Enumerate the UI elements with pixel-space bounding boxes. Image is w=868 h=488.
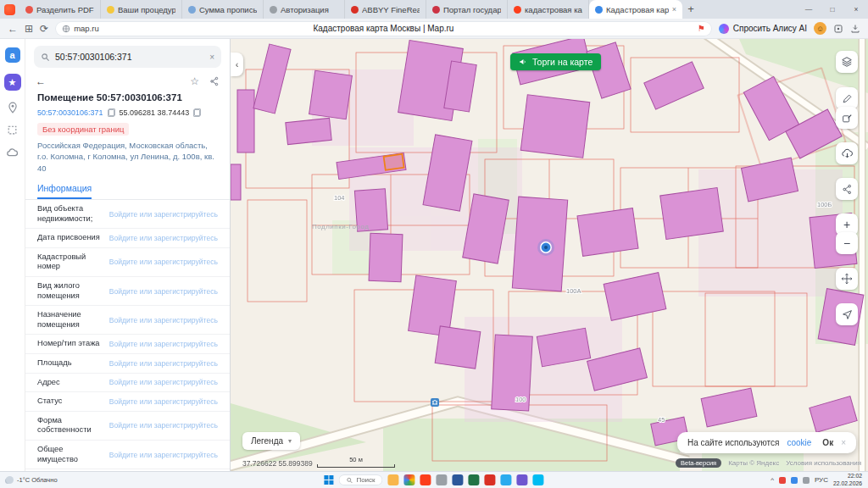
map-area[interactable]: Подлипки-Город 104 100А 100 100Б 45 ‹ То… <box>231 39 868 471</box>
info-row: Дата присвоения Войдите или зарегистриру… <box>25 229 230 248</box>
cloud-arrow-icon <box>841 147 854 160</box>
location-marker[interactable] <box>537 239 554 256</box>
tableau-grid-button[interactable]: ⊞ <box>25 24 33 34</box>
zoom-out-button[interactable]: − <box>836 232 858 254</box>
selected-parcel-highlight[interactable] <box>384 154 404 170</box>
cadastral-number[interactable]: 50:57:0030106:371 <box>37 108 103 117</box>
edit-button[interactable] <box>836 107 858 129</box>
select-area-icon[interactable] <box>7 125 18 136</box>
login-register-link[interactable]: Войдите или зарегистрируйтесь <box>109 234 218 242</box>
tray-icon[interactable] <box>803 477 810 484</box>
refresh-button[interactable]: ⟳ <box>40 24 48 34</box>
taskbar-app-icon-8[interactable] <box>501 474 512 485</box>
window-close-button[interactable]: × <box>844 0 868 19</box>
login-register-link[interactable]: Войдите или зарегистрируйтесь <box>109 210 218 219</box>
cloud-download-button[interactable] <box>836 142 858 164</box>
cadastral-map-canvas[interactable]: Подлипки-Город 104 100А 100 100Б 45 <box>231 39 868 471</box>
taskbar-app-icon-10[interactable] <box>533 474 544 485</box>
taskbar-app-icon-3[interactable] <box>420 474 431 485</box>
language-indicator[interactable]: РУС <box>815 476 828 484</box>
taskbar-app-icon-1[interactable] <box>388 474 399 485</box>
cookie-close-icon[interactable]: × <box>841 438 846 447</box>
locate-button[interactable] <box>836 303 858 325</box>
share-icon[interactable] <box>209 76 220 86</box>
tab-close-icon[interactable]: × <box>672 5 676 14</box>
torgi-button[interactable]: Торги на карте <box>510 53 601 70</box>
taskbar-app-icon-7[interactable] <box>485 474 496 485</box>
location-pin-icon[interactable] <box>7 102 19 114</box>
app-logo[interactable]: a <box>5 47 20 63</box>
tray-icon[interactable] <box>791 477 798 484</box>
alice-button[interactable]: Спросить Алису AI <box>719 24 807 34</box>
window-minimize-button[interactable]: — <box>797 0 821 19</box>
tray-icon[interactable] <box>779 477 786 484</box>
browser-tab-3[interactable]: Сумма прописью о <box>182 0 264 19</box>
browser-tab-5[interactable]: ABBYY FineReader <box>345 0 426 19</box>
login-register-link[interactable]: Войдите или зарегистрируйтесь <box>109 397 218 406</box>
scale-bar-line <box>317 464 395 468</box>
cookie-link[interactable]: cookie <box>787 438 811 447</box>
clock[interactable]: 22:02 22.02.2026 <box>833 473 862 486</box>
layers-button[interactable] <box>836 51 858 73</box>
tab-favicon <box>107 6 114 14</box>
extensions-icon[interactable] <box>833 24 843 34</box>
time-label: 22:02 <box>848 473 862 480</box>
cloud-icon[interactable] <box>6 147 19 159</box>
panel-collapse-button[interactable]: ‹ <box>231 53 243 76</box>
login-register-link[interactable]: Войдите или зарегистрируйтесь <box>109 421 218 430</box>
tab-label: Авторизация <box>281 5 338 14</box>
address-bar[interactable]: map.ru Кадастровая карта Москвы | Map.ru… <box>55 21 712 36</box>
info-row-label: Форма собственности <box>37 416 103 435</box>
taskbar-weather-widget[interactable]: -1°C Облачно <box>6 476 58 484</box>
sidebar-item-favorites[interactable]: ★ <box>4 74 21 91</box>
browser-tab-8-active[interactable]: Кадастровая кар × <box>589 0 682 19</box>
downloads-icon[interactable] <box>850 24 860 34</box>
browser-tab-2[interactable]: Ваши процедуры - <box>101 0 182 19</box>
browser-tab-7[interactable]: кадастровая карта <box>508 0 589 19</box>
login-register-link[interactable]: Войдите или зарегистрируйтесь <box>109 287 218 296</box>
start-button[interactable] <box>324 475 333 485</box>
tray-expand-icon[interactable]: ^ <box>771 476 774 484</box>
taskbar-app-icon-4[interactable] <box>437 474 448 485</box>
copy-icon[interactable] <box>108 108 115 117</box>
taskbar-app-icon-6[interactable] <box>469 474 480 485</box>
browser-tab-6[interactable]: Портал государств <box>426 0 508 19</box>
cookie-ok-button[interactable]: Ок <box>822 438 833 447</box>
login-register-link[interactable]: Войдите или зарегистрируйтесь <box>109 451 218 459</box>
legend-button[interactable]: Легенда ▾ <box>242 432 300 450</box>
object-identifiers: 50:57:0030106:371 55.096281 38.74443 <box>25 103 230 119</box>
browser-tab-1[interactable]: Разделить PDF фай <box>19 0 101 19</box>
pan-button[interactable] <box>836 268 858 290</box>
login-register-link[interactable]: Войдите или зарегистрируйтесь <box>109 316 218 324</box>
browser-tab-4[interactable]: Авторизация <box>264 0 345 19</box>
login-register-link[interactable]: Войдите или зарегистрируйтесь <box>109 340 218 348</box>
browser-logo-icon[interactable] <box>4 4 15 15</box>
scale-bar: 50 м <box>317 456 395 468</box>
tab-favicon <box>595 6 603 14</box>
bookmark-flag-icon[interactable]: ⚑ <box>698 24 705 33</box>
taskbar-tray: ^ РУС 22:02 22.02.2026 <box>771 473 862 486</box>
taskbar-app-icon-5[interactable] <box>453 474 464 485</box>
search-input[interactable] <box>55 52 204 62</box>
panel-back-button[interactable]: ← <box>36 75 46 87</box>
favorite-star-icon[interactable]: ☆ <box>190 75 199 87</box>
search-bar[interactable]: × <box>34 46 221 68</box>
map-share-button[interactable] <box>836 178 858 200</box>
clear-search-icon[interactable]: × <box>209 53 214 62</box>
back-button[interactable]: ← <box>8 24 18 34</box>
window-maximize-button[interactable]: □ <box>821 0 844 19</box>
login-register-link[interactable]: Войдите или зарегистрируйтесь <box>109 359 218 368</box>
login-register-link[interactable]: Войдите или зарегистрируйтесь <box>109 258 218 266</box>
tab-information[interactable]: Информация <box>37 178 92 199</box>
svg-text:Подлипки-Город: Подлипки-Город <box>312 223 369 230</box>
copy-icon[interactable] <box>193 108 201 117</box>
profile-avatar[interactable]: ☺ <box>814 22 826 35</box>
taskbar-search[interactable]: Поиск <box>338 474 382 485</box>
taskbar-app-icon-9[interactable] <box>517 474 528 485</box>
taskbar-app-icon-2[interactable] <box>404 474 415 485</box>
login-register-link[interactable]: Войдите или зарегистрируйтесь <box>109 378 218 386</box>
share-nodes-icon <box>842 184 853 195</box>
info-row: Номер/тип этажа Войдите или зарегистриру… <box>25 335 230 354</box>
terms-link[interactable]: Условия использования <box>786 459 861 467</box>
new-tab-button[interactable]: + <box>682 0 699 19</box>
